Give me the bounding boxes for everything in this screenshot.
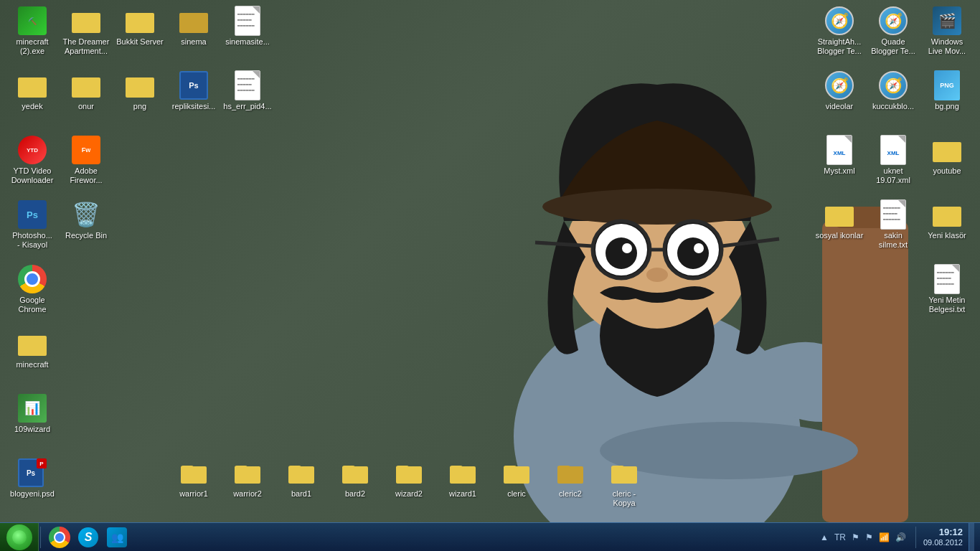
desktop-icon-sosyal-ikonlar[interactable]: sosyal ikonlar [811, 197, 868, 243]
icon-label-yedek: yedek [22, 102, 42, 111]
taskbar-messenger-icon[interactable]: 👥 [103, 523, 131, 552]
taskbar-right-area: ▲ TR ⚑ ⚑ 📶 🔊 19:12 09.08.2012 [812, 523, 980, 552]
chrome-icon [49, 527, 70, 548]
desktop-icon-png-folder[interactable]: png [111, 68, 169, 114]
desktop-icon-youtube-folder[interactable]: youtube [918, 133, 976, 179]
icon-img-windows-live: 🎬 [933, 6, 961, 35]
desktop-icon-adobe-fireworks[interactable]: FwAdobe Firewor... [57, 133, 115, 188]
desktop-icon-uknet-xml[interactable]: XMLuknet 19.07.xml [864, 133, 922, 188]
system-tray: ▲ TR ⚑ ⚑ 📶 🔊 [812, 531, 914, 544]
desktop-icon-photoshop[interactable]: PsPhotosho... - Kisayol [4, 197, 61, 253]
desktop-icon-google-chrome[interactable]: Google Chrome [4, 262, 61, 317]
tray-flag2[interactable]: ⚑ [863, 531, 875, 544]
desktop-icon-the-dreamer[interactable]: The Dreamer Apartment... [57, 4, 115, 59]
desktop-icon-cleric2[interactable]: cleric2 [542, 456, 599, 501]
desktop-icon-windows-live[interactable]: 🎬Windows Live Mov... [918, 4, 976, 59]
desktop-icon-cleric-kopya[interactable]: cleric - Kopya [595, 456, 653, 511]
desktop-icon-bard1[interactable]: bard1 [273, 456, 330, 501]
desktop-icon-blogyeni-psd[interactable]: PsPblogyeni.psd [4, 456, 61, 501]
desktop-icon-straightah[interactable]: 🧭StraightAh... Blogger Te... [811, 4, 868, 59]
tray-network-flag[interactable]: ⚑ [849, 531, 862, 544]
icon-img-straightah: 🧭 [825, 6, 854, 35]
icon-img-myst-xml: XML [825, 136, 854, 164]
system-clock[interactable]: 19:12 09.08.2012 [918, 527, 969, 547]
icon-img-warrior1 [179, 458, 208, 487]
desktop-icon-wizard2[interactable]: wizard2 [380, 456, 438, 501]
tray-network-icon[interactable]: 📶 [877, 531, 892, 544]
icon-img-youtube-folder [933, 136, 961, 164]
icon-img-ytd-video: YTD [18, 136, 47, 164]
icon-label-bg-png: bg.png [935, 102, 959, 111]
desktop-icon-cleric[interactable]: cleric [488, 456, 545, 501]
taskbar-chrome-icon[interactable] [45, 523, 74, 552]
desktop-icon-sinema[interactable]: sinema [165, 4, 222, 50]
desktop-icon-minecraft-exe[interactable]: ⛏️minecraft (2).exe [4, 4, 61, 59]
icon-label-cleric-kopya: cleric - Kopya [613, 489, 636, 508]
icon-label-ytd-video: YTD Video Downloader [11, 166, 54, 185]
icon-img-bard2 [341, 458, 369, 487]
desktop-icon-quade[interactable]: 🧭Quade Blogger Te... [864, 4, 922, 59]
icon-img-yedek [18, 71, 47, 100]
desktop-icon-bard2[interactable]: bard2 [326, 456, 384, 501]
icon-img-minecraft-folder [18, 329, 47, 358]
start-button[interactable] [0, 523, 39, 552]
desktop-icon-sakin-silme[interactable]: ━━━━━━━━━━━━━━━━━sakin silme.txt [864, 197, 922, 253]
icon-img-kuccukblo: 🧭 [879, 71, 908, 100]
tray-volume-icon[interactable]: 🔊 [893, 531, 908, 544]
icon-img-bukkit-server [126, 6, 154, 35]
icon-label-quade: Quade Blogger Te... [871, 37, 915, 56]
messenger-icon: 👥 [107, 527, 127, 547]
icon-label-cleric2: cleric2 [559, 489, 582, 499]
icon-label-myst-xml: Myst.xml [824, 166, 854, 176]
icon-img-wizard1 [448, 458, 477, 487]
icon-label-sinemasite: sinemasite... [225, 37, 270, 47]
desktop-icon-bg-png[interactable]: PNGbg.png [918, 68, 976, 114]
icon-label-hs-err: hs_err_pid4... [223, 102, 271, 111]
desktop-icon-yeni-klasor[interactable]: Yeni klasör [918, 197, 976, 243]
desktop-icon-onur[interactable]: onur [57, 68, 115, 114]
desktop-icon-ytd-video[interactable]: YTDYTD Video Downloader [4, 133, 61, 188]
icon-label-wizard2: wizard2 [395, 489, 423, 499]
tray-expand-icon[interactable]: ▲ [818, 531, 831, 544]
icon-img-bard1 [287, 458, 316, 487]
icon-label-sakin-silme: sakin silme.txt [879, 231, 908, 250]
icon-label-kuccukblo: kuccukblo... [872, 102, 914, 111]
icon-img-sinemasite: ━━━━━━━━━━━━━━━━━ [233, 6, 262, 35]
desktop-icon-wizard1[interactable]: wizard1 [434, 456, 491, 501]
desktop-icon-yedek[interactable]: yedek [4, 68, 61, 114]
desktop-icon-repliksitesi[interactable]: Psrepliksitesi... [165, 68, 222, 114]
icon-img-warrior2 [233, 458, 262, 487]
desktop-icon-sinemasite[interactable]: ━━━━━━━━━━━━━━━━━sinemasite... [219, 4, 276, 50]
desktop-icon-bukkit-server[interactable]: Bukkit Server [111, 4, 169, 50]
desktop-icon-warrior2[interactable]: warrior2 [219, 456, 276, 501]
taskbar-divider-2 [915, 527, 916, 548]
icon-label-onur: onur [78, 102, 94, 111]
icon-label-photoshop: Photosho... - Kisayol [12, 231, 52, 250]
icon-img-109wizard: 📊 [18, 394, 47, 423]
icon-img-sosyal-ikonlar [825, 200, 854, 229]
desktop-icon-minecraft-folder[interactable]: minecraft [4, 326, 61, 372]
icon-img-the-dreamer [72, 6, 100, 35]
desktop-icon-109wizard[interactable]: 📊109wizard [4, 391, 61, 437]
icon-label-videolar: videolar [826, 102, 854, 111]
taskbar-skype-icon[interactable]: S [74, 523, 103, 552]
icon-img-wizard2 [395, 458, 423, 487]
desktop-icon-yeni-metin[interactable]: ━━━━━━━━━━━━━━━━━Yeni Metin Belgesi.txt [918, 262, 976, 317]
desktop-icon-myst-xml[interactable]: XMLMyst.xml [811, 133, 868, 179]
desktop-icon-recycle-bin[interactable]: 🗑️Recycle Bin [57, 197, 115, 243]
desktop-icon-warrior1[interactable]: warrior1 [165, 456, 222, 501]
desktop-icon-hs-err[interactable]: ━━━━━━━━━━━━━━━━━hs_err_pid4... [219, 68, 276, 114]
icon-img-photoshop: Ps [18, 200, 47, 229]
icon-img-minecraft-exe: ⛏️ [18, 6, 47, 35]
desktop-icon-videolar[interactable]: 🧭videolar [811, 68, 868, 114]
icon-label-png-folder: png [133, 102, 146, 111]
icon-img-videolar: 🧭 [825, 71, 854, 100]
icon-label-cleric: cleric [507, 489, 526, 499]
tray-language-icon[interactable]: TR [832, 531, 848, 544]
desktop-icon-kuccukblo[interactable]: 🧭kuccukblo... [864, 68, 922, 114]
show-desktop-button[interactable] [969, 523, 974, 552]
icon-label-the-dreamer: The Dreamer Apartment... [63, 37, 110, 56]
icon-label-wizard1: wizard1 [449, 489, 476, 499]
icon-img-recycle-bin: 🗑️ [72, 200, 100, 229]
icon-label-bukkit-server: Bukkit Server [116, 37, 163, 47]
